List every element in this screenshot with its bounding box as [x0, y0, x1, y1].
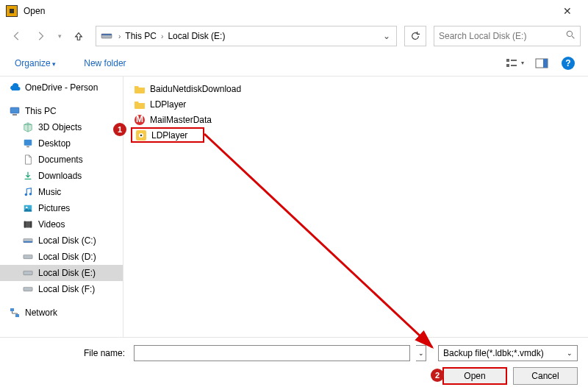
- tree-pictures[interactable]: Pictures: [0, 200, 123, 216]
- download-icon: [22, 170, 34, 182]
- refresh-button[interactable]: [404, 26, 426, 46]
- file-label: MailMasterData: [150, 115, 212, 125]
- file-item[interactable]: BaiduNetdiskDownload: [131, 81, 581, 96]
- drive-icon: [22, 283, 34, 295]
- tree-downloads[interactable]: Downloads: [0, 168, 123, 184]
- tree-label: 3D Objects: [38, 122, 82, 132]
- tree-network[interactable]: Network: [0, 305, 123, 321]
- help-button[interactable]: ?: [559, 55, 578, 71]
- svg-text:M: M: [136, 114, 143, 124]
- tree-desktop[interactable]: Desktop: [0, 135, 123, 152]
- tree-documents[interactable]: Documents: [0, 152, 123, 168]
- network-icon: [9, 307, 21, 319]
- tree-label: This PC: [25, 106, 57, 116]
- view-options-button[interactable]: ▾: [506, 55, 525, 71]
- tree-label: Downloads: [38, 171, 82, 181]
- title-bar: Open ✕: [0, 0, 588, 22]
- body: OneDrive - Person This PC 3D Objects Des…: [0, 77, 588, 337]
- tree-label: Local Disk (C:): [38, 235, 96, 246]
- tree-localdisk-c[interactable]: Local Disk (C:): [0, 232, 123, 249]
- bottom-panel: File name: ⌄ Backup file(*.ldbk;*.vmdk)⌄…: [0, 337, 588, 387]
- breadcrumb-item[interactable]: This PC: [122, 31, 159, 41]
- videos-icon: [22, 219, 34, 230]
- drive-icon: [22, 235, 34, 246]
- organize-button[interactable]: Organize: [10, 55, 60, 71]
- filename-dropdown[interactable]: ⌄: [416, 345, 426, 361]
- svg-rect-4: [506, 59, 509, 62]
- tree-label: Pictures: [38, 203, 70, 213]
- chevron-right-icon: ›: [159, 32, 165, 40]
- preview-pane-button[interactable]: [532, 55, 551, 71]
- svg-rect-7: [511, 65, 517, 66]
- app-icon: [6, 5, 18, 17]
- file-label: LDPlayer: [150, 99, 186, 110]
- filename-input[interactable]: [134, 345, 410, 361]
- callout-badge-1: 1: [113, 123, 126, 136]
- new-folder-button[interactable]: New folder: [79, 55, 130, 71]
- svg-rect-9: [543, 59, 548, 68]
- tree-localdisk-f[interactable]: Local Disk (F:): [0, 281, 123, 297]
- file-label: LDPlayer: [151, 130, 187, 141]
- callout-badge-2: 2: [431, 369, 444, 382]
- desktop-icon: [22, 138, 34, 149]
- toolbar: Organize New folder ▾ ?: [0, 50, 588, 77]
- breadcrumb-dropdown[interactable]: ⌄: [377, 31, 396, 41]
- file-label: BaiduNetdiskDownload: [150, 84, 241, 94]
- filter-value: Backup file(*.ldbk;*.vmdk): [443, 348, 567, 358]
- svg-rect-11: [12, 114, 17, 116]
- svg-rect-22: [24, 241, 32, 243]
- svg-line-3: [572, 36, 574, 38]
- file-item-highlighted[interactable]: LDPlayer: [131, 127, 204, 143]
- file-list: BaiduNetdiskDownload LDPlayer MMailMaste…: [123, 77, 588, 337]
- svg-point-2: [567, 31, 572, 36]
- forward-button[interactable]: [31, 26, 50, 46]
- svg-rect-13: [26, 146, 29, 148]
- file-item[interactable]: LDPlayer: [131, 96, 581, 112]
- pc-icon: [99, 29, 114, 43]
- svg-rect-6: [511, 60, 517, 61]
- svg-rect-23: [24, 255, 32, 258]
- svg-rect-10: [10, 107, 19, 113]
- help-icon: ?: [562, 57, 575, 70]
- tree-thispc[interactable]: This PC: [0, 103, 123, 119]
- pc-icon: [9, 105, 21, 117]
- cancel-button[interactable]: Cancel: [513, 367, 578, 385]
- svg-rect-27: [15, 314, 19, 317]
- breadcrumb[interactable]: › This PC › Local Disk (E:) ⌄: [96, 26, 397, 46]
- file-item[interactable]: MMailMasterData: [131, 112, 581, 127]
- svg-rect-19: [24, 221, 26, 228]
- chevron-right-icon: ›: [117, 32, 122, 40]
- drive-icon: [22, 267, 34, 279]
- nav-row: ▾ › This PC › Local Disk (E:) ⌄ Search L…: [0, 22, 588, 50]
- search-input[interactable]: Search Local Disk (E:): [434, 26, 581, 46]
- folder-icon: [134, 99, 146, 110]
- app-icon: M: [134, 114, 146, 126]
- svg-rect-20: [31, 221, 32, 228]
- folder-icon: [134, 83, 146, 95]
- chevron-down-icon: ⌄: [567, 349, 573, 357]
- back-button[interactable]: [7, 26, 26, 46]
- tree-music[interactable]: Music: [0, 184, 123, 200]
- svg-rect-25: [24, 287, 32, 291]
- tree-label: Local Disk (E:): [38, 268, 96, 278]
- recent-dropdown[interactable]: ▾: [54, 26, 65, 46]
- drive-icon: [22, 251, 34, 263]
- tree-label: Music: [38, 187, 61, 197]
- svg-point-14: [25, 194, 28, 196]
- tree-onedrive[interactable]: OneDrive - Person: [0, 79, 123, 96]
- tree-localdisk-d[interactable]: Local Disk (D:): [0, 249, 123, 265]
- window-title: Open: [24, 6, 553, 16]
- search-placeholder: Search Local Disk (E:): [439, 31, 566, 41]
- tree-label: OneDrive - Person: [25, 82, 98, 93]
- tree-videos[interactable]: Videos: [0, 216, 123, 232]
- tree-localdisk-e[interactable]: Local Disk (E:): [0, 265, 123, 281]
- svg-rect-5: [506, 64, 509, 67]
- up-button[interactable]: [69, 26, 88, 46]
- breadcrumb-item[interactable]: Local Disk (E:): [165, 31, 228, 41]
- open-button[interactable]: Open: [442, 367, 507, 385]
- tree-3dobjects[interactable]: 3D Objects: [0, 119, 123, 135]
- close-button[interactable]: ✕: [553, 5, 582, 17]
- svg-rect-1: [101, 34, 112, 35]
- file-type-filter[interactable]: Backup file(*.ldbk;*.vmdk)⌄: [438, 345, 578, 361]
- search-icon: [566, 30, 576, 42]
